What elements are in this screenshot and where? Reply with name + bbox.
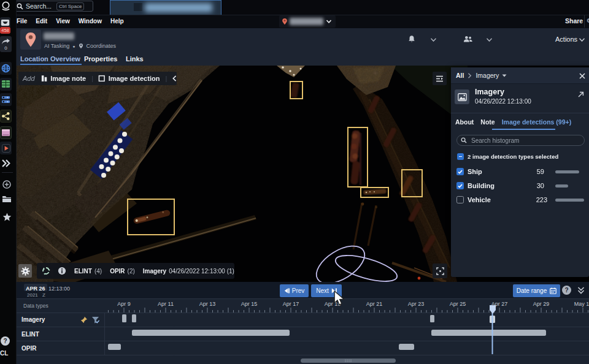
svg-text:Apr 9: Apr 9 [117,301,131,307]
svg-text:May 1: May 1 [574,301,589,307]
svg-text:Apr 15: Apr 15 [241,301,258,307]
svg-text:Apr 29: Apr 29 [533,301,550,307]
svg-text:Apr 25: Apr 25 [450,301,466,307]
svg-text:Apr 21: Apr 21 [366,301,383,307]
svg-text:Apr 13: Apr 13 [199,301,216,307]
svg-text:Apr 23: Apr 23 [408,301,425,307]
svg-text:Apr 17: Apr 17 [283,301,299,307]
svg-text:Apr 11: Apr 11 [158,301,174,307]
